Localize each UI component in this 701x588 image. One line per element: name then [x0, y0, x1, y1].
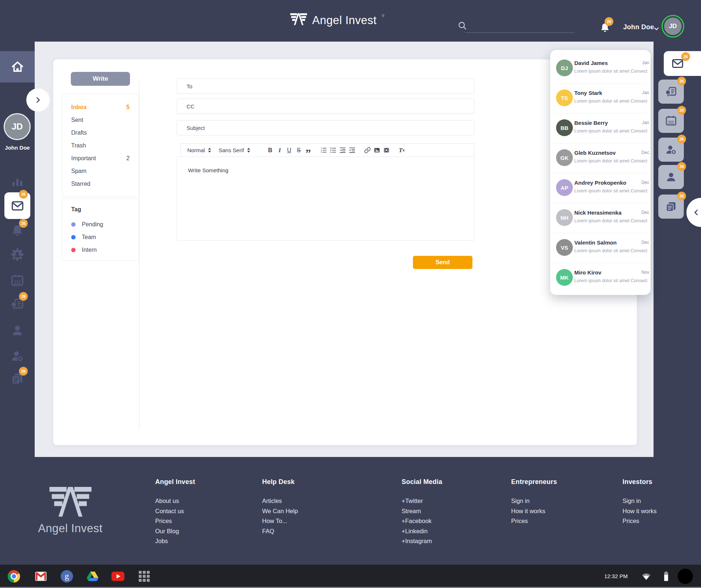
font-select[interactable]: Sans Serif	[219, 147, 260, 153]
underline-button[interactable]: U	[284, 146, 294, 155]
youtube-app-icon[interactable]	[111, 570, 124, 583]
footer-link[interactable]: FAQ	[262, 526, 298, 537]
battery-icon[interactable]	[659, 570, 673, 583]
chrome-app-icon[interactable]	[7, 570, 20, 583]
folder-important[interactable]: Important2	[62, 152, 139, 165]
insert-video-button[interactable]	[382, 146, 391, 155]
rail-calendar-button[interactable]: 26	[658, 109, 684, 133]
avatar: DJ	[556, 59, 573, 76]
footer-link[interactable]: +Facebook	[402, 516, 442, 526]
rail-profile-button[interactable]: 26	[658, 165, 684, 189]
message-preview: Lorem ipsum dolor sit amet Consectetur…	[574, 248, 647, 253]
wifi-icon[interactable]	[640, 570, 653, 583]
tag-intern[interactable]: Intern	[62, 243, 139, 256]
footer-brand-name: Angel Invest	[26, 522, 115, 535]
tag-dot	[71, 248, 76, 252]
sidebar-item-calendar[interactable]	[10, 273, 25, 288]
user-name[interactable]: John Doe	[623, 23, 654, 31]
sidebar-item-profile[interactable]	[10, 323, 25, 338]
folder-inbox[interactable]: Inbox5	[62, 101, 139, 114]
drive-app-icon[interactable]	[86, 570, 99, 583]
bullet-list-button[interactable]	[328, 146, 338, 155]
footer-logo: Angel Invest	[26, 487, 115, 535]
rail-add-contact-button[interactable]: 26	[658, 138, 684, 162]
footer-link[interactable]: How To...	[262, 516, 298, 526]
user-avatar[interactable]: JD	[662, 15, 684, 38]
search-input[interactable]	[465, 23, 574, 33]
footer-link[interactable]: About us	[155, 496, 195, 506]
message-list-item[interactable]: GK Gleb Kuznetsov Dec Lorem ipsum dolor …	[550, 143, 651, 173]
footer-link[interactable]: Jobs	[155, 536, 195, 546]
paragraph-style-select[interactable]: Normal	[187, 147, 219, 153]
clock[interactable]: 12:32 PM	[604, 573, 628, 579]
chevron-down-icon[interactable]	[653, 25, 660, 32]
footer-link[interactable]: +Linkedin	[402, 526, 442, 537]
image-icon	[374, 147, 380, 154]
updown-arrows-icon	[208, 148, 211, 153]
bold-button[interactable]: B	[265, 146, 275, 155]
footer-link[interactable]: +Instagram	[402, 536, 442, 546]
rail-news-button[interactable]: 26	[658, 195, 684, 219]
send-button[interactable]: Send	[413, 256, 472, 269]
strikethrough-button[interactable]: S	[294, 146, 303, 155]
message-date: Jan	[642, 90, 649, 95]
insert-image-button[interactable]	[372, 146, 382, 155]
subject-field[interactable]	[177, 120, 474, 135]
footer-link[interactable]: +Twitter	[402, 496, 442, 506]
cc-field[interactable]	[177, 99, 474, 114]
message-list-item[interactable]: BB Bessie Berry Jan Lorem ipsum dolor si…	[550, 114, 651, 143]
footer-link[interactable]: Articles	[262, 496, 298, 506]
folder-spam[interactable]: Spam	[62, 165, 139, 177]
sidebar-item-add-contact[interactable]	[10, 349, 25, 364]
ordered-list-button[interactable]	[319, 146, 328, 155]
sidebar-avatar[interactable]: JD	[4, 113, 31, 140]
footer-link[interactable]: Prices	[511, 516, 557, 526]
footer-link[interactable]: Our Blog	[155, 526, 195, 537]
rail-ideas-button[interactable]: 26	[658, 80, 684, 104]
indent-button[interactable]	[347, 146, 357, 155]
status-tray-circle[interactable]	[678, 569, 693, 584]
avatar: AP	[556, 179, 573, 196]
message-list-item[interactable]: VS Valentin Salmon Dec Lorem ipsum dolor…	[550, 233, 651, 263]
app-launcher-grid-icon[interactable]	[138, 570, 151, 583]
gmail-app-icon[interactable]	[34, 570, 47, 583]
tag-team[interactable]: Team	[62, 231, 139, 243]
sidebar-item-stats[interactable]	[10, 174, 25, 189]
google-app-icon[interactable]: g	[60, 570, 73, 583]
outdent-button[interactable]	[338, 146, 347, 155]
footer-link[interactable]: Sign in	[623, 496, 657, 506]
tag-pending[interactable]: Pending	[62, 218, 139, 231]
sidebar-item-account-settings[interactable]	[10, 247, 25, 262]
italic-button[interactable]: I	[275, 146, 284, 155]
message-list-item[interactable]: DJ David James Jan Lorem ipsum dolor sit…	[550, 54, 651, 84]
footer-link[interactable]: We Can Help	[262, 506, 298, 516]
folder-starred[interactable]: Starred	[62, 177, 139, 190]
message-list-item[interactable]: AP Andrey Prokopenko Dec Lorem ipsum dol…	[550, 173, 651, 203]
folder-drafts[interactable]: Drafts	[62, 126, 139, 139]
footer-link[interactable]: Prices	[155, 516, 195, 526]
message-list-item[interactable]: TS Tony Stark Jan Lorem ipsum dolor sit …	[550, 84, 651, 114]
message-date: Dec	[641, 240, 649, 245]
message-list-item[interactable]: NH Nick Herasimenka Dec Lorem ipsum dolo…	[550, 203, 651, 233]
write-button[interactable]: Write	[71, 72, 130, 86]
footer-link[interactable]: How it works	[511, 506, 557, 516]
message-list-item[interactable]: MK Miro Kirov Nov Lorem ipsum dolor sit …	[550, 263, 651, 293]
tag-dot	[71, 222, 76, 227]
footer-link[interactable]: Contact us	[155, 506, 195, 516]
blockquote-button[interactable]: ”	[303, 146, 313, 155]
insert-link-button[interactable]	[363, 146, 372, 155]
person-add-icon	[10, 349, 25, 364]
footer-link[interactable]: Stream	[402, 506, 442, 516]
sidebar-item-home[interactable]	[0, 51, 35, 82]
sidebar-expand-button[interactable]	[26, 88, 50, 112]
footer-link[interactable]: Prices	[623, 516, 657, 526]
footer-link[interactable]: Sign in	[511, 496, 557, 506]
folder-trash[interactable]: Trash	[62, 139, 139, 152]
footer-link[interactable]: How it works	[623, 506, 657, 516]
folder-sent[interactable]: Sent	[62, 114, 139, 126]
message-body-editor[interactable]: Write Something	[177, 157, 474, 241]
sender-name: Gleb Kuznetsov	[574, 150, 648, 156]
rail-messages-tab-active[interactable]: 26	[664, 51, 701, 76]
clear-format-button[interactable]: Tx	[397, 146, 406, 155]
to-field[interactable]	[177, 78, 474, 94]
